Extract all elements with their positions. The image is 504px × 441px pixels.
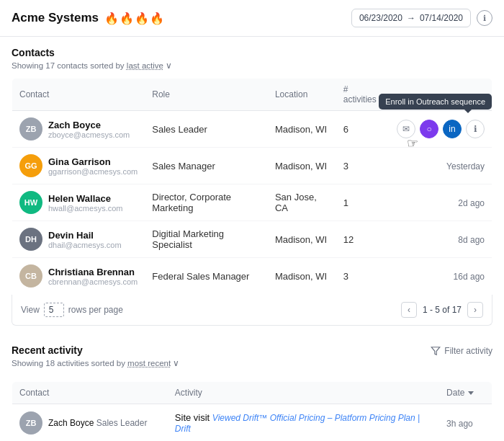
actions-cell: Enroll in Outreach sequence ✉ ○ in ℹ ☞ <box>390 111 492 148</box>
pagination-bar: View 5 10 25 rows per page ‹ 1 - 5 of 17… <box>12 295 492 326</box>
table-row: DH Devin Hail dhail@acmesys.com Digitial… <box>12 221 492 258</box>
location-cell: Madison, WI <box>268 258 336 295</box>
activity-sort-link[interactable]: most recent <box>127 359 171 368</box>
activity-date-cell: 3h ago <box>439 404 492 442</box>
contact-name: Gina Garrison <box>48 156 138 167</box>
contacts-subtitle: Showing 17 contacts sorted by last activ… <box>12 61 492 71</box>
contact-name: Christiana Brennan <box>48 267 138 277</box>
info-button[interactable]: ℹ <box>477 10 492 26</box>
next-page-button[interactable]: › <box>467 302 483 318</box>
avatar: DH <box>19 228 42 251</box>
activity-header: Recent activity Showing 18 activities so… <box>12 344 492 375</box>
sort-by-link[interactable]: last active <box>127 61 163 70</box>
outreach-action-icon[interactable]: ○ <box>420 120 438 138</box>
actions-cell: 8d ago <box>390 221 492 258</box>
contact-email: cbrennan@acmesys.com <box>48 277 138 286</box>
activity-table: Contact Activity Date ZB Zach Boyce <box>12 381 492 441</box>
contact-email: ggarrison@acmesys.com <box>48 167 138 176</box>
avatar: HW <box>19 191 42 214</box>
th-contact: Contact <box>12 79 145 111</box>
table-row: ZB Zach Boyce zboyce@acmesys.com Sales L… <box>12 111 492 148</box>
role-cell: Sales Manager <box>145 148 268 184</box>
activity-contact-name: Zach Boyce <box>48 418 94 428</box>
contact-info: Christiana Brennan cbrennan@acmesys.com <box>48 267 138 286</box>
activity-detail: Viewed Drift™ Official Pricing – Platfor… <box>175 413 420 434</box>
cursor-hand: ☞ <box>407 135 418 151</box>
date-start: 06/23/2020 <box>359 13 402 23</box>
actions-cell: 2d ago <box>390 184 492 221</box>
contact-info: Devin Hail dhail@acmesys.com <box>48 230 122 249</box>
ath-activity: Activity <box>168 382 439 404</box>
date-end: 07/14/2020 <box>420 13 463 23</box>
page-size-select[interactable]: 5 10 25 <box>44 303 64 317</box>
avatar: ZB <box>19 117 42 141</box>
th-role: Role <box>145 79 268 111</box>
contact-cell: CB Christiana Brennan cbrennan@acmesys.c… <box>12 258 145 295</box>
activity-row: ZB Zach Boyce Sales Leader Site visit Vi… <box>12 404 492 442</box>
page-range: 1 - 5 of 17 <box>423 305 462 315</box>
pagination-center: ‹ 1 - 5 of 17 › <box>401 302 483 318</box>
role-cell: Director, Corporate Marketing <box>145 184 268 221</box>
actions-cell: 16d ago <box>390 258 492 295</box>
activities-cell: 6 <box>336 111 390 148</box>
filter-activity-label: Filter activity <box>444 346 492 356</box>
contacts-title: Contacts <box>12 47 492 58</box>
prev-page-button[interactable]: ‹ <box>401 302 417 318</box>
contact-info: Zach Boyce zboyce@acmesys.com <box>48 120 130 139</box>
contact-cell: ZB Zach Boyce zboyce@acmesys.com <box>12 111 145 148</box>
rows-per-page-label: rows per page <box>68 305 123 315</box>
location-cell: Madison, WI <box>268 221 336 258</box>
actions-cell: Yesterday <box>390 148 492 184</box>
view-label: View <box>21 305 40 315</box>
contact-name: Helen Wallace <box>48 193 122 204</box>
contact-cell: GG Gina Garrison ggarrison@acmesys.com <box>12 148 145 184</box>
info-action-icon[interactable]: ℹ <box>466 120 485 138</box>
activity-contact-role: Sales Leader <box>96 418 148 428</box>
date-range[interactable]: 06/23/2020 → 07/14/2020 <box>351 9 471 27</box>
contact-cell: DH Devin Hail dhail@acmesys.com <box>12 221 145 258</box>
last-active-date: 16d ago <box>454 272 485 282</box>
activities-cell: 1 <box>336 184 390 221</box>
last-active-date: 8d ago <box>458 235 485 245</box>
fire-icons: 🔥🔥🔥🔥 <box>104 12 165 25</box>
table-header-row: Contact Role Location # activities <box>12 79 492 111</box>
filter-activity-button[interactable]: Filter activity <box>431 346 492 356</box>
table-row: CB Christiana Brennan cbrennan@acmesys.c… <box>12 258 492 295</box>
avatar: GG <box>19 154 42 177</box>
ath-contact: Contact <box>12 382 168 404</box>
th-actions <box>390 79 492 111</box>
contacts-section: Contacts Showing 17 contacts sorted by l… <box>0 37 504 326</box>
ath-date: Date <box>439 382 492 404</box>
activity-type: Site visit <box>175 412 212 423</box>
table-row: GG Gina Garrison ggarrison@acmesys.com S… <box>12 148 492 184</box>
linkedin-action-icon[interactable]: in <box>443 120 462 138</box>
activity-header-left: Recent activity Showing 18 activities so… <box>12 344 179 375</box>
contact-name: Zach Boyce <box>48 120 130 130</box>
sort-desc-icon <box>467 389 474 396</box>
activity-title: Recent activity <box>12 344 179 356</box>
header-left: Acme Systems 🔥🔥🔥🔥 <box>12 11 165 25</box>
table-row: HW Helen Wallace hwall@acmesys.com Direc… <box>12 184 492 221</box>
contact-email: hwall@acmesys.com <box>48 204 122 213</box>
header-right: 06/23/2020 → 07/14/2020 ℹ <box>351 9 492 27</box>
last-active-date: Yesterday <box>446 161 485 172</box>
th-location: Location <box>268 79 336 111</box>
contacts-table: Contact Role Location # activities ZB Za… <box>12 78 492 295</box>
activities-cell: 3 <box>336 148 390 184</box>
location-cell: Madison, WI <box>268 111 336 148</box>
pagination-left: View 5 10 25 rows per page <box>21 303 123 317</box>
role-cell: Sales Leader <box>145 111 268 148</box>
header: Acme Systems 🔥🔥🔥🔥 06/23/2020 → 07/14/202… <box>0 0 504 37</box>
activities-cell: 12 <box>336 221 390 258</box>
contact-cell: HW Helen Wallace hwall@acmesys.com <box>12 184 145 221</box>
activity-desc-cell: Site visit Viewed Drift™ Official Pricin… <box>168 404 439 442</box>
svg-marker-1 <box>468 391 474 395</box>
location-cell: San Jose, CA <box>268 184 336 221</box>
role-cell: Federal Sales Manager <box>145 258 268 295</box>
role-cell: Digitial Marketing Specialist <box>145 221 268 258</box>
contact-name: Devin Hail <box>48 230 122 241</box>
location-cell: Madison, WI <box>268 148 336 184</box>
contact-info: Helen Wallace hwall@acmesys.com <box>48 193 122 213</box>
activity-contact-cell: ZB Zach Boyce Sales Leader <box>12 404 168 442</box>
activity-subtitle: Showing 18 activities sorted by most rec… <box>12 358 179 368</box>
